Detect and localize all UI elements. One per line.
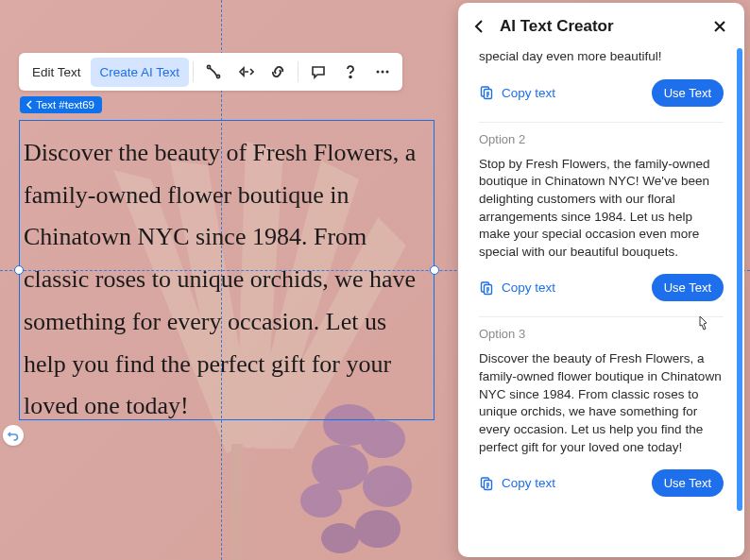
- option-3: Option 3 Discover the beauty of Fresh Fl…: [479, 317, 724, 512]
- toolbar-separator: [298, 61, 298, 82]
- option-text: Stop by Fresh Flowers, the family-owned …: [479, 156, 724, 262]
- copy-icon: [479, 476, 494, 491]
- resize-handle-right[interactable]: [430, 265, 439, 275]
- copy-label: Copy text: [502, 280, 555, 295]
- chevron-left-icon: [472, 19, 487, 34]
- curve-tool-icon[interactable]: [197, 57, 230, 87]
- option-text: special day even more beautiful!: [479, 48, 724, 66]
- text-content[interactable]: Discover the beauty of Fresh Flowers, a …: [24, 132, 426, 428]
- option-label: Option 2: [479, 132, 724, 146]
- svg-point-5: [300, 484, 342, 518]
- copy-icon: [479, 85, 494, 100]
- link-icon[interactable]: [262, 57, 294, 87]
- scrollbar-thumb[interactable]: [737, 48, 742, 511]
- option-actions: Copy text Use Text: [479, 469, 724, 497]
- comment-icon[interactable]: [302, 57, 334, 87]
- copy-label: Copy text: [502, 86, 555, 100]
- close-button[interactable]: [710, 17, 729, 36]
- option-actions: Copy text Use Text: [479, 79, 724, 107]
- resize-handle-left[interactable]: [14, 265, 24, 275]
- svg-point-13: [386, 71, 389, 74]
- svg-point-3: [312, 445, 368, 490]
- svg-point-10: [349, 76, 351, 78]
- create-ai-text-button[interactable]: Create AI Text: [91, 58, 190, 87]
- svg-point-7: [321, 523, 359, 553]
- ai-text-creator-panel: AI Text Creator special day even more be…: [458, 3, 744, 557]
- option-label: Option 3: [479, 327, 724, 341]
- edit-text-button[interactable]: Edit Text: [23, 58, 91, 87]
- animation-icon[interactable]: [230, 57, 262, 87]
- text-toolbar: Edit Text Create AI Text: [19, 53, 402, 91]
- copy-text-button[interactable]: Copy text: [479, 85, 555, 100]
- svg-rect-0: [231, 444, 243, 560]
- panel-body[interactable]: special day even more beautiful! Copy te…: [458, 48, 744, 557]
- use-text-button[interactable]: Use Text: [652, 274, 724, 301]
- undo-icon: [7, 429, 20, 442]
- svg-point-12: [382, 71, 384, 74]
- copy-text-button[interactable]: Copy text: [479, 280, 555, 296]
- undo-button[interactable]: [3, 425, 24, 446]
- cursor-pointer-icon: [694, 314, 711, 335]
- scrollbar[interactable]: [737, 48, 742, 552]
- close-icon: [713, 20, 726, 33]
- help-icon[interactable]: [334, 57, 366, 87]
- panel-header: AI Text Creator: [458, 3, 744, 48]
- panel-title: AI Text Creator: [500, 17, 701, 36]
- use-text-button[interactable]: Use Text: [652, 79, 724, 107]
- copy-label: Copy text: [502, 476, 555, 490]
- element-tag[interactable]: Text #text69: [20, 96, 102, 113]
- chevron-left-icon: [26, 100, 33, 110]
- option-2: Option 2 Stop by Fresh Flowers, the fami…: [479, 123, 724, 317]
- toolbar-separator: [193, 61, 194, 82]
- option-1-partial: special day even more beautiful! Copy te…: [479, 48, 724, 122]
- back-button[interactable]: [469, 16, 490, 37]
- svg-point-4: [363, 466, 412, 507]
- option-actions: Copy text Use Text: [479, 274, 724, 301]
- copy-icon: [479, 280, 494, 296]
- svg-point-6: [355, 510, 401, 548]
- svg-point-9: [216, 75, 219, 77]
- text-frame[interactable]: Discover the beauty of Fresh Flowers, a …: [19, 120, 435, 420]
- copy-text-button[interactable]: Copy text: [479, 476, 555, 491]
- svg-point-11: [377, 71, 380, 74]
- use-text-button[interactable]: Use Text: [652, 469, 724, 497]
- more-icon[interactable]: [366, 57, 399, 87]
- element-tag-label: Text #text69: [36, 99, 94, 110]
- option-text: Discover the beauty of Fresh Flowers, a …: [479, 350, 724, 456]
